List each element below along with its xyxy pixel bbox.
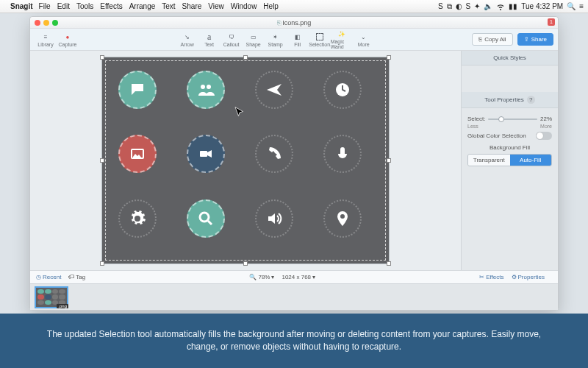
menu-share[interactable]: Share (182, 2, 202, 10)
snagit-status-icon: S (466, 2, 471, 10)
menu-tools[interactable]: Tools (76, 2, 93, 10)
zoom-display[interactable]: 🔍78% ▾ (249, 274, 274, 280)
status-icon: S (438, 2, 443, 10)
canvas-image[interactable] (102, 57, 389, 263)
tool-magic-wand[interactable]: ✨Magic Wand (331, 30, 353, 49)
thumb-ext: .png (57, 304, 68, 308)
clock-small-icon: ◷ (36, 274, 41, 280)
location-icon (323, 199, 362, 238)
menu-file[interactable]: File (39, 2, 51, 10)
seg-autofill[interactable]: Auto-Fill (510, 155, 552, 166)
phone-icon (255, 135, 293, 173)
resize-handle[interactable] (243, 55, 248, 60)
help-icon[interactable]: ? (527, 96, 535, 104)
volume-icon (255, 199, 293, 238)
resize-handle[interactable] (100, 55, 104, 60)
tool-properties-title: Tool Properties (484, 96, 523, 103)
slider-knob[interactable] (498, 116, 504, 122)
callout-icon: 🗨 (229, 32, 234, 42)
quick-styles-title: Quick Styles (462, 51, 558, 66)
select-slider[interactable] (488, 118, 537, 120)
tool-more[interactable]: ⌄More (353, 30, 375, 49)
thumbnail[interactable]: .png (35, 286, 68, 308)
menu-help[interactable]: Help (263, 2, 279, 10)
properties-button[interactable]: ⚙Properties (512, 274, 545, 280)
global-color-toggle[interactable] (536, 132, 552, 140)
tag-button[interactable]: 🏷Tag (68, 274, 85, 280)
mac-menubar: Snagit File Edit Tools Effects Arrange T… (0, 0, 588, 13)
share-button[interactable]: ⇪Share (517, 33, 553, 46)
fill-icon: ◧ (295, 32, 301, 42)
banner-text: The updated Selection tool automatically… (44, 328, 544, 353)
canvas-area[interactable] (30, 51, 461, 270)
resize-handle[interactable] (387, 158, 391, 163)
stamp-icon: ✶ (273, 32, 278, 42)
picture-icon (118, 135, 157, 173)
tool-shape[interactable]: ▭Shape (243, 30, 265, 49)
slider-min-label: Less (467, 124, 478, 129)
window-controls[interactable] (35, 20, 58, 26)
tool-fill[interactable]: ◧Fill (287, 30, 309, 49)
menu-effects[interactable]: Effects (100, 2, 122, 10)
app-name[interactable]: Snagit (10, 2, 33, 10)
record-icon: ● (66, 32, 70, 42)
recent-button[interactable]: ◷Recent (36, 274, 61, 280)
icon-grid (118, 71, 373, 250)
copy-all-button[interactable]: ⎘Copy All (472, 33, 512, 46)
capture-button[interactable]: ● Capture (57, 30, 79, 49)
seg-transparent[interactable]: Transparent (468, 155, 510, 166)
window-title: ⎘ Icons.png (277, 19, 312, 26)
tool-text[interactable]: aText (198, 30, 220, 49)
menu-view[interactable]: View (208, 2, 224, 10)
clock-icon (323, 71, 362, 109)
zoom-icon[interactable] (52, 20, 58, 26)
gear-icon (118, 199, 157, 238)
menu-arrange[interactable]: Arrange (129, 2, 156, 10)
clock-text: Tue 4:32 PM (521, 2, 563, 10)
background-fill-segmented[interactable]: Transparent Auto-Fill (467, 154, 552, 166)
chat-icon (118, 71, 157, 109)
global-color-label: Global Color Selection (467, 132, 526, 139)
resize-handle[interactable] (100, 261, 104, 266)
resize-handle[interactable] (387, 261, 391, 266)
tool-stamp[interactable]: ✶Stamp (265, 30, 287, 49)
share-icon: ⇪ (524, 36, 529, 43)
tool-callout[interactable]: 🗨Callout (220, 30, 243, 49)
minimize-icon[interactable] (43, 20, 49, 26)
slider-max-label: More (540, 124, 552, 129)
tool-selection[interactable]: Selection (309, 30, 331, 49)
resize-handle[interactable] (387, 55, 391, 60)
select-value: 22% (540, 116, 552, 122)
svg-point-2 (140, 87, 141, 88)
video-icon (187, 135, 225, 173)
tool-arrow[interactable]: ↘Arrow (176, 30, 198, 49)
effects-icon: ✂ (479, 274, 484, 280)
notification-center-icon[interactable]: ≡ (579, 2, 584, 10)
library-button[interactable]: ≡ Library (35, 30, 57, 49)
text-icon: a (207, 32, 211, 42)
dropbox-icon: ⧉ (447, 2, 452, 11)
spotlight-icon[interactable]: 🔍 (567, 2, 576, 10)
menu-text[interactable]: Text (162, 2, 175, 10)
copy-icon: ⎘ (478, 36, 482, 43)
close-icon[interactable] (35, 20, 40, 26)
dimensions-display[interactable]: 1024 x 768 ▾ (282, 274, 315, 280)
menu-window[interactable]: Window (231, 2, 257, 10)
effects-button[interactable]: ✂Effects (479, 274, 503, 280)
mic-icon (323, 135, 362, 173)
shape-icon: ▭ (251, 32, 257, 42)
resize-handle[interactable] (100, 158, 104, 163)
wifi-icon (496, 1, 505, 10)
svg-point-1 (137, 87, 138, 88)
background-fill-label: Background Fill (467, 144, 552, 151)
notification-badge[interactable]: 1 (548, 18, 555, 26)
people-icon (187, 71, 225, 109)
volume-icon: 🔈 (484, 2, 492, 10)
menu-edit[interactable]: Edit (57, 2, 70, 10)
resize-handle[interactable] (243, 261, 248, 266)
svg-point-4 (207, 85, 211, 89)
gear-small-icon: ⚙ (512, 274, 517, 280)
toolbar: ≡ Library ● Capture ↘Arrow aText 🗨Callou… (30, 29, 558, 51)
app-window: ⎘ Icons.png 1 ≡ Library ● Capture ↘Arrow… (29, 16, 559, 311)
svg-rect-7 (200, 151, 207, 157)
